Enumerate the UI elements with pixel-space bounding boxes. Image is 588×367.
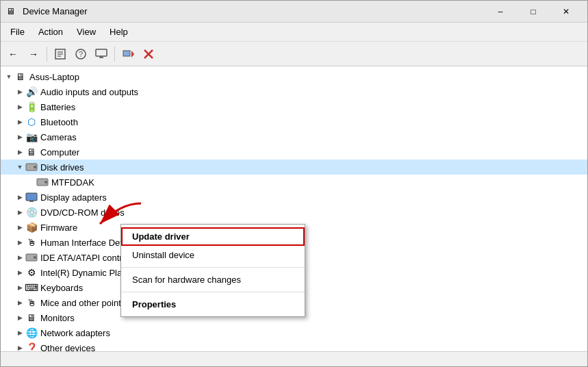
- computer-expand-icon: ▶: [14, 147, 25, 157]
- svg-point-14: [34, 166, 36, 168]
- tree-item-network[interactable]: ▶ 🌐 Network adapters: [1, 325, 587, 340]
- bluetooth-label: Bluetooth: [40, 117, 78, 127]
- monitors-icon: 🖥: [25, 312, 38, 324]
- ctx-uninstall[interactable]: Uninstall device: [121, 246, 305, 264]
- toolbar: ← → ?: [1, 42, 587, 66]
- ctx-separator: [121, 267, 305, 268]
- ide-icon: [25, 251, 38, 264]
- svg-rect-9: [123, 51, 130, 56]
- tree-item-computer[interactable]: ▶ 🖥 Computer: [1, 144, 587, 160]
- tree-root[interactable]: ▼ 🖥 Asus-Laptop: [1, 69, 587, 84]
- mtfddak-expand-icon: [25, 177, 36, 188]
- audio-label: Audio inputs and outputs: [40, 87, 138, 97]
- root-label: Asus-Laptop: [29, 72, 79, 82]
- tree-item-audio[interactable]: ▶ 🔊 Audio inputs and outputs: [1, 84, 587, 99]
- update-driver-button[interactable]: [118, 45, 138, 64]
- tree-item-bluetooth[interactable]: ▶ ⬡ Bluetooth: [1, 114, 587, 129]
- tree-item-other[interactable]: ▶ ❓ Other devices: [1, 340, 587, 351]
- tree-item-display[interactable]: ▶ Display adapters: [1, 190, 587, 205]
- hid-icon: 🖱: [25, 236, 38, 249]
- intel-icon: ⚙: [25, 266, 38, 279]
- keyboards-label: Keyboards: [40, 283, 83, 293]
- firmware-icon: 📦: [25, 221, 38, 233]
- svg-text:?: ?: [79, 50, 83, 58]
- ctx-properties[interactable]: Properties: [121, 295, 305, 314]
- ide-expand-icon: ▶: [14, 252, 25, 263]
- status-bar: [1, 351, 587, 366]
- ctx-scan[interactable]: Scan for hardware changes: [121, 270, 305, 289]
- dvd-icon: 💿: [25, 206, 38, 218]
- keyboards-expand-icon: ▶: [14, 282, 25, 293]
- menu-action[interactable]: Action: [31, 24, 70, 40]
- keyboards-icon: ⌨: [25, 281, 38, 294]
- back-button[interactable]: ←: [3, 45, 23, 64]
- display-button[interactable]: [92, 45, 111, 64]
- menu-view[interactable]: View: [70, 24, 103, 40]
- tree-item-dvd[interactable]: ▶ 💿 DVD/CD-ROM drives: [1, 205, 587, 220]
- minimize-button[interactable]: –: [485, 1, 516, 23]
- root-icon: 🖥: [14, 71, 27, 83]
- svg-rect-6: [96, 49, 107, 56]
- hid-expand-icon: ▶: [14, 237, 25, 248]
- mtfddak-label: MTFDDAK: [51, 177, 94, 188]
- display-label: Display adapters: [40, 192, 107, 203]
- help-button[interactable]: ?: [71, 45, 90, 64]
- toolbar-separator-1: [47, 47, 47, 62]
- display-expand-icon: ▶: [14, 192, 25, 203]
- toolbar-separator-2: [114, 47, 115, 62]
- monitors-expand-icon: ▶: [14, 312, 25, 323]
- title-controls: – □ ✕: [485, 1, 582, 23]
- disk-icon: [25, 161, 38, 173]
- bluetooth-icon: ⬡: [25, 116, 38, 128]
- maximize-button[interactable]: □: [517, 1, 549, 23]
- context-menu: Update driver Uninstall device Scan for …: [120, 224, 305, 317]
- uninstall-button[interactable]: [139, 45, 158, 64]
- svg-rect-17: [26, 193, 37, 201]
- svg-marker-10: [131, 51, 134, 58]
- network-label: Network adapters: [40, 328, 110, 338]
- forward-button[interactable]: →: [24, 45, 43, 64]
- svg-point-16: [44, 181, 47, 184]
- tree-item-batteries[interactable]: ▶ 🔋 Batteries: [1, 99, 587, 114]
- window-title: Device Manager: [23, 6, 479, 16]
- network-expand-icon: ▶: [14, 327, 25, 338]
- cameras-label: Cameras: [40, 132, 77, 142]
- mice-expand-icon: ▶: [14, 297, 25, 308]
- firmware-label: Firmware: [40, 223, 77, 233]
- display-icon: [25, 191, 38, 203]
- cameras-icon: 📷: [25, 131, 38, 143]
- title-icon: 🖥: [6, 6, 17, 17]
- cameras-expand-icon: ▶: [14, 131, 25, 142]
- tree-item-mtfddak[interactable]: MTFDDAK: [1, 175, 587, 190]
- audio-expand-icon: ▶: [14, 86, 25, 97]
- dvd-label: DVD/CD-ROM drives: [40, 207, 125, 218]
- menu-bar: File Action View Help: [1, 23, 587, 42]
- menu-file[interactable]: File: [3, 24, 31, 40]
- dvd-expand-icon: ▶: [14, 207, 25, 218]
- firmware-expand-icon: ▶: [14, 222, 25, 233]
- disk-label: Disk drives: [40, 162, 84, 173]
- other-expand-icon: ▶: [14, 342, 25, 351]
- audio-icon: 🔊: [25, 86, 38, 98]
- title-bar: 🖥 Device Manager – □ ✕: [1, 1, 587, 23]
- properties-button[interactable]: [51, 45, 70, 64]
- network-icon: 🌐: [25, 327, 38, 339]
- close-button[interactable]: ✕: [550, 1, 582, 23]
- content-area: ▼ 🖥 Asus-Laptop ▶ 🔊 Audio inputs and out…: [1, 66, 587, 351]
- computer-label: Computer: [40, 147, 79, 157]
- mice-icon: 🖱: [25, 296, 38, 309]
- svg-point-20: [34, 256, 36, 259]
- menu-help[interactable]: Help: [103, 24, 135, 40]
- disk-expand-icon: ▼: [14, 162, 25, 173]
- tree-item-disk-drives[interactable]: ▼ Disk drives: [1, 160, 587, 175]
- tree-item-cameras[interactable]: ▶ 📷 Cameras: [1, 129, 587, 144]
- other-icon: ❓: [25, 342, 38, 351]
- batteries-icon: 🔋: [25, 101, 38, 113]
- ctx-separator-2: [121, 292, 305, 292]
- intel-expand-icon: ▶: [14, 267, 25, 278]
- ctx-update-driver[interactable]: Update driver: [121, 227, 305, 246]
- batteries-expand-icon: ▶: [14, 101, 25, 112]
- mtfddak-icon: [36, 176, 49, 188]
- root-expand-icon: ▼: [3, 71, 14, 82]
- computer-icon: 🖥: [25, 146, 38, 158]
